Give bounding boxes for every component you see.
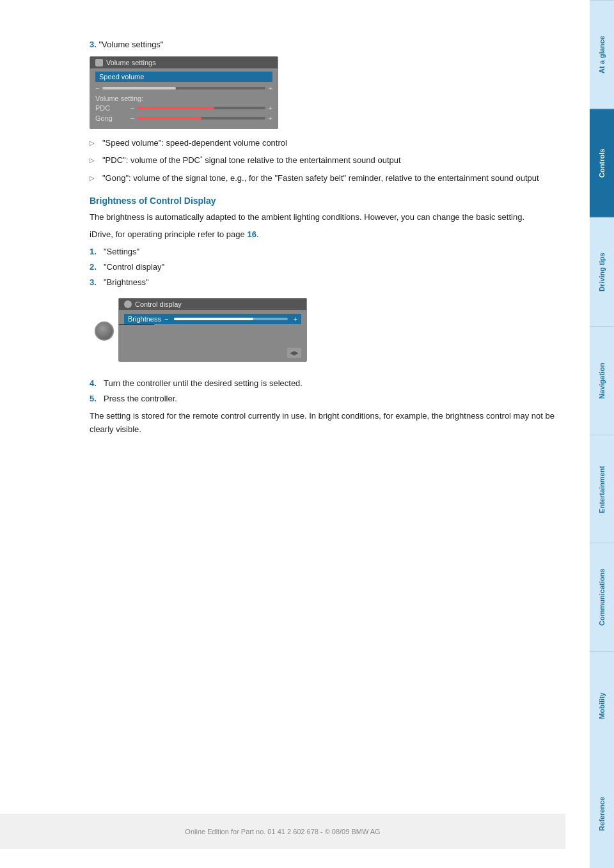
idrive-ref-text: iDrive, for operating principle refer to… — [90, 228, 564, 242]
step3-text: "Volume settings" — [98, 40, 163, 49]
step2-text: "Control display" — [104, 261, 164, 274]
sidebar-tab-reference[interactable]: Reference — [590, 760, 614, 868]
gong-row: Gong − + — [95, 114, 272, 122]
bullet-list: "Speed volume": speed-dependent volume c… — [90, 137, 564, 185]
idrive-ref-label: iDrive, for operating principle refer to… — [90, 229, 245, 239]
step4-num: 4. — [90, 377, 100, 391]
num-step-2: 2. "Control display" — [90, 261, 564, 274]
sidebar-tab-mobility[interactable]: Mobility — [590, 651, 614, 760]
step1-text: "Settings" — [104, 245, 139, 259]
bullet-item-2: "PDC": volume of the PDC* signal tone re… — [90, 154, 564, 167]
bullet-1-text: "Speed volume": speed-dependent volume c… — [102, 138, 287, 148]
step3-number: 3. — [90, 40, 97, 49]
pdc-label: PDC — [95, 104, 127, 112]
brightness-heading: Brightness of Control Display — [90, 196, 564, 206]
sidebar-tab-at-a-glance[interactable]: At a glance — [590, 0, 614, 109]
volume-icon — [95, 59, 103, 66]
step2-num: 2. — [90, 261, 100, 274]
step3b-text: "Brightness" — [104, 276, 149, 290]
step5-text: Press the controller. — [104, 392, 177, 406]
bullet-item-1: "Speed volume": speed-dependent volume c… — [90, 137, 564, 150]
pdc-slider — [138, 107, 265, 109]
bullet-2-text: "PDC": volume of the PDC* signal tone re… — [102, 155, 401, 165]
step1-num: 1. — [90, 245, 100, 259]
brightness-plus-icon: + — [294, 315, 297, 323]
step3-num: 3. — [90, 276, 100, 290]
brightness-fill — [174, 318, 253, 320]
numbered-steps-top: 1. "Settings" 2. "Control display" 3. "B… — [90, 245, 564, 289]
controller-knob-area — [90, 322, 118, 341]
gong-minus-icon: − — [130, 114, 134, 122]
pdc-plus-icon: + — [269, 104, 272, 112]
brightness-row: Brightness − + — [124, 314, 301, 324]
gong-label: Gong — [95, 114, 127, 122]
volume-screen-title: Volume settings — [106, 59, 156, 66]
pdc-minus-icon: − — [130, 104, 134, 112]
main-content: 3. "Volume settings" Volume settings Spe… — [0, 38, 590, 466]
ctrl-screen-icon — [124, 300, 132, 308]
num-step-5: 5. Press the controller. — [90, 392, 564, 406]
speed-slider — [102, 87, 265, 89]
brightness-minus-icon: − — [164, 315, 168, 323]
sidebar-tab-driving-tips[interactable]: Driving tips — [590, 217, 614, 326]
sidebar-tab-communications[interactable]: Communications — [590, 543, 614, 651]
pdc-row: PDC − + — [95, 104, 272, 112]
bullet-3-text: "Gong": volume of the signal tone, e.g.,… — [102, 173, 539, 183]
step3-label: 3. "Volume settings" — [90, 38, 564, 51]
bottom-nav-icon: ◀▶ — [287, 348, 301, 358]
volume-screen-title-bar: Volume settings — [90, 57, 278, 68]
controller-knob — [95, 322, 114, 341]
idrive-ref-page: 16 — [247, 229, 256, 239]
footer: 83 Online Edition for Part no. 01 41 2 6… — [0, 837, 590, 849]
bullet-item-3: "Gong": volume of the signal tone, e.g.,… — [90, 172, 564, 185]
callout-line — [119, 324, 157, 325]
sidebar-tab-navigation[interactable]: Navigation — [590, 326, 614, 435]
speed-volume-row: − + — [95, 84, 272, 92]
control-display-screen: Control display Brightness − + ◀▶ — [118, 298, 307, 362]
body-text-2: The setting is stored for the remote con… — [90, 410, 564, 437]
step4-text: Turn the controller until the desired se… — [104, 377, 303, 391]
volume-setting-header: Volume setting: — [95, 95, 272, 102]
ctrl-screen-body: Brightness − + ◀▶ — [119, 310, 306, 361]
brightness-slider — [174, 318, 287, 320]
num-step-4: 4. Turn the controller until the desired… — [90, 377, 564, 391]
volume-settings-screen: Volume settings Speed volume − + Volume … — [90, 56, 278, 129]
sidebar: At a glance Controls Driving tips Naviga… — [590, 0, 614, 868]
speed-minus-icon: − — [95, 84, 99, 92]
num-step-3: 3. "Brightness" — [90, 276, 564, 290]
step5-num: 5. — [90, 392, 100, 406]
watermark: Online Edition for Part no. 01 41 2 602 … — [0, 814, 565, 849]
brightness-label: Brightness — [128, 315, 161, 323]
gong-slider — [138, 117, 265, 120]
footer-text: Online Edition for Part no. 01 41 2 602 … — [185, 828, 380, 835]
volume-screen-body: Speed volume − + Volume setting: PDC − +… — [90, 68, 278, 128]
speed-plus-icon: + — [269, 84, 272, 92]
num-step-1: 1. "Settings" — [90, 245, 564, 259]
gong-plus-icon: + — [269, 114, 272, 122]
brightness-body1: The brightness is automatically adapted … — [90, 211, 564, 224]
numbered-steps-bottom: 4. Turn the controller until the desired… — [90, 377, 564, 406]
sidebar-tab-entertainment[interactable]: Entertainment — [590, 435, 614, 543]
control-display-screen-wrapper: Control display Brightness − + ◀▶ — [90, 293, 564, 369]
ctrl-screen-title: Control display — [135, 300, 182, 308]
ctrl-screen-title-bar: Control display — [119, 298, 306, 310]
sidebar-tab-controls[interactable]: Controls — [590, 109, 614, 217]
speed-volume-label: Speed volume — [95, 72, 272, 82]
